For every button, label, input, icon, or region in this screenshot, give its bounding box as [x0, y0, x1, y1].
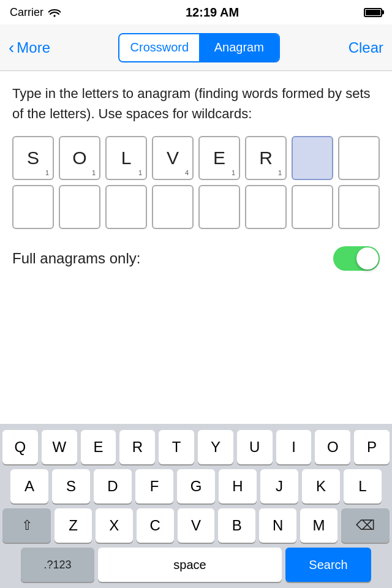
key-v[interactable]: V [178, 508, 215, 543]
tile-r[interactable]: R 1 [245, 136, 287, 180]
battery-icon [364, 8, 382, 17]
key-c[interactable]: C [137, 508, 174, 543]
tile-active[interactable] [292, 136, 333, 180]
tile-empty-9[interactable] [338, 185, 380, 229]
keyboard-row-2: A S D F G H J K L [2, 469, 390, 503]
search-label: Search [309, 558, 347, 572]
full-anagrams-toggle[interactable] [333, 246, 380, 271]
wifi-icon [48, 7, 61, 17]
tile-empty-5[interactable] [152, 185, 194, 229]
toggle-knob [356, 247, 379, 270]
tile-empty-8[interactable] [292, 185, 333, 229]
space-key[interactable]: space [98, 548, 282, 582]
nav-bar: ‹ More Crossword Anagram Clear [0, 24, 392, 71]
key-i[interactable]: I [276, 430, 312, 464]
key-e[interactable]: E [81, 430, 116, 464]
keyboard-row-1: Q W E R T Y U I O P [2, 430, 390, 464]
tile-v[interactable]: V 4 [152, 136, 194, 180]
key-o[interactable]: O [315, 430, 350, 464]
tile-s[interactable]: S 1 [12, 136, 54, 180]
keyboard-rows: Q W E R T Y U I O P A S D F G H J K L ⇧ [0, 424, 392, 545]
key-q[interactable]: Q [2, 430, 38, 464]
tile-score: 1 [232, 169, 235, 176]
key-m[interactable]: M [300, 508, 337, 543]
back-button[interactable]: ‹ More [9, 39, 50, 56]
segment-anagram[interactable]: Anagram [199, 34, 279, 61]
key-u[interactable]: U [237, 430, 273, 464]
carrier-label: Carrier [10, 6, 43, 19]
key-r[interactable]: R [119, 430, 155, 464]
tile-empty-3[interactable] [59, 185, 100, 229]
tiles-row-2 [12, 185, 380, 229]
status-time: 12:19 AM [186, 6, 239, 20]
status-right [364, 8, 382, 17]
shift-icon: ⇧ [21, 518, 32, 533]
search-key[interactable]: Search [285, 548, 371, 582]
tile-letter: L [121, 149, 132, 167]
tile-score: 1 [278, 169, 282, 176]
tile-letter: E [213, 149, 225, 167]
clear-button[interactable]: Clear [349, 39, 383, 56]
tile-score: 1 [45, 169, 49, 176]
key-y[interactable]: Y [198, 430, 233, 464]
keyboard-area: Q W E R T Y U I O P A S D F G H J K L ⇧ [0, 424, 392, 588]
keyboard-row-3: ⇧ Z X C V B N M ⌫ [2, 508, 390, 543]
tile-score: 4 [185, 169, 189, 176]
tiles-container: S 1 O 1 L 1 V 4 E 1 R 1 [12, 136, 380, 229]
tile-o[interactable]: O 1 [59, 136, 100, 180]
tile-letter: V [167, 149, 179, 167]
tile-empty-7[interactable] [245, 185, 287, 229]
key-d[interactable]: D [94, 469, 132, 503]
backspace-icon: ⌫ [356, 518, 375, 533]
tile-l[interactable]: L 1 [105, 136, 147, 180]
backspace-key[interactable]: ⌫ [341, 508, 390, 543]
description-text: Type in the letters to anagram (finding … [12, 83, 380, 124]
tile-score: 1 [92, 169, 96, 176]
toggle-row: Full anagrams only: [12, 241, 380, 281]
tile-empty-4[interactable] [105, 185, 147, 229]
main-content: Type in the letters to anagram (finding … [0, 71, 392, 290]
back-label: More [17, 39, 50, 56]
shift-key[interactable]: ⇧ [2, 508, 51, 543]
key-h[interactable]: H [219, 469, 257, 503]
status-bar: Carrier 12:19 AM [0, 0, 392, 24]
tile-empty-2[interactable] [12, 185, 54, 229]
keyboard-bottom-row: .?123 space Search [0, 545, 392, 588]
key-n[interactable]: N [259, 508, 296, 543]
tile-letter: S [27, 149, 39, 167]
key-b[interactable]: B [218, 508, 255, 543]
key-w[interactable]: W [42, 430, 77, 464]
key-x[interactable]: X [96, 508, 133, 543]
tile-letter: O [72, 149, 86, 167]
toggle-label: Full anagrams only: [12, 250, 140, 267]
tile-score: 1 [138, 169, 142, 176]
key-s[interactable]: S [52, 469, 90, 503]
key-t[interactable]: T [159, 430, 194, 464]
key-p[interactable]: P [354, 430, 390, 464]
tile-e[interactable]: E 1 [198, 136, 240, 180]
numbers-key[interactable]: .?123 [21, 548, 94, 582]
key-g[interactable]: G [177, 469, 215, 503]
tile-empty-1[interactable] [338, 136, 380, 180]
segment-control: Crossword Anagram [118, 33, 280, 62]
key-z[interactable]: Z [55, 508, 92, 543]
tile-empty-6[interactable] [198, 185, 240, 229]
numbers-label: .?123 [43, 559, 71, 571]
key-l[interactable]: L [344, 469, 382, 503]
back-arrow-icon: ‹ [9, 39, 14, 56]
status-left: Carrier [10, 6, 61, 19]
key-j[interactable]: J [260, 469, 298, 503]
tiles-row-1: S 1 O 1 L 1 V 4 E 1 R 1 [12, 136, 380, 180]
tile-letter: R [259, 149, 273, 167]
space-label: space [173, 558, 206, 572]
key-k[interactable]: K [302, 469, 340, 503]
key-a[interactable]: A [10, 469, 48, 503]
segment-crossword[interactable]: Crossword [119, 34, 199, 61]
key-f[interactable]: F [135, 469, 173, 503]
